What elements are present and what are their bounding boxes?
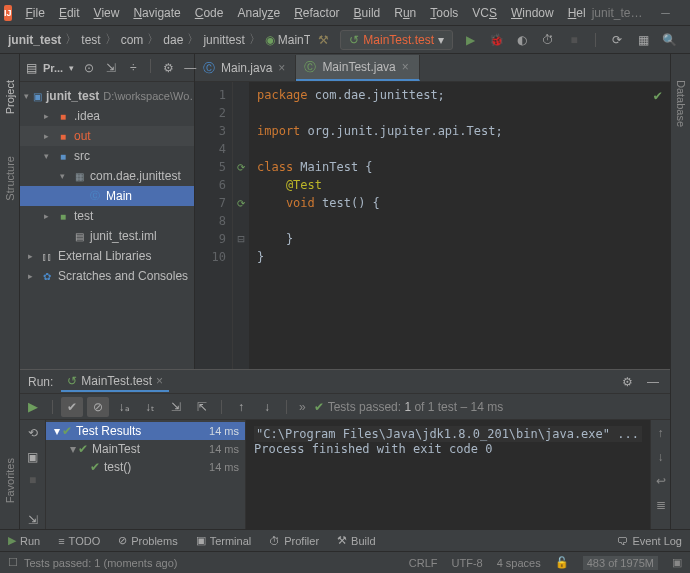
run-button[interactable]: ▶ <box>461 31 479 49</box>
gear-icon[interactable]: ⚙ <box>618 373 636 391</box>
check-icon: ✔ <box>78 442 88 456</box>
locate-icon[interactable]: ⊙ <box>80 59 98 77</box>
profile-button[interactable]: ⏱ <box>539 31 557 49</box>
code-content[interactable]: ✔ package com.dae.junittest; import org.… <box>249 82 670 369</box>
minimize-button[interactable]: ─ <box>652 3 678 23</box>
sort-duration-button[interactable]: ↓ₜ <box>139 397 161 417</box>
structure-rail-button[interactable]: Structure <box>2 150 18 207</box>
run-panel-tab[interactable]: ↺ MainTest.test × <box>61 372 169 392</box>
event-log-button[interactable]: 🗨Event Log <box>617 535 682 547</box>
sort-alpha-button[interactable]: ↓ₐ <box>113 397 135 417</box>
collapse-icon[interactable]: ÷ <box>124 59 142 77</box>
prev-test-button[interactable]: ↑ <box>230 397 252 417</box>
project-rail-button[interactable]: Project <box>2 74 18 120</box>
status-widget-icon[interactable]: ▣ <box>672 556 682 569</box>
favorites-rail-button[interactable]: Favorites <box>2 452 18 509</box>
menu-window[interactable]: Window <box>505 3 560 23</box>
test-method-node[interactable]: ✔ test() 14 ms <box>46 458 245 476</box>
test-class-node[interactable]: ▾ ✔ MainTest 14 ms <box>46 440 245 458</box>
close-icon[interactable]: × <box>402 60 409 74</box>
menu-vcs[interactable]: VCS <box>466 3 503 23</box>
crumb-5[interactable]: ◉ MainTest <box>265 33 311 47</box>
terminal-bottom-button[interactable]: ▣Terminal <box>196 534 252 547</box>
tree-iml[interactable]: ▤ junit_test.iml <box>20 226 194 246</box>
tab-maintest-java[interactable]: Ⓒ MainTest.java × <box>296 55 419 81</box>
run-line-marker-icon[interactable]: ⟳ <box>233 158 249 176</box>
separator <box>286 400 287 414</box>
search-everywhere-icon[interactable]: ▦ <box>634 31 652 49</box>
line-separator-indicator[interactable]: CRLF <box>409 557 438 569</box>
crumb-2[interactable]: com <box>121 33 144 47</box>
build-bottom-button[interactable]: ⚒Build <box>337 534 375 547</box>
menu-tools[interactable]: Tools <box>424 3 464 23</box>
soft-wrap-icon[interactable]: ↩ <box>656 474 666 488</box>
problems-bottom-button[interactable]: ⊘Problems <box>118 534 177 547</box>
toggle-auto-test-button[interactable]: ▣ <box>22 448 44 466</box>
tree-package[interactable]: ▾ ▦ com.dae.junittest <box>20 166 194 186</box>
menu-run[interactable]: Run <box>388 3 422 23</box>
console-output[interactable]: "C:\Program Files\Java\jdk1.8.0_201\bin\… <box>246 420 650 529</box>
menu-view[interactable]: View <box>88 3 126 23</box>
crumb-4[interactable]: junittest <box>203 33 244 47</box>
search-icon[interactable]: 🔍 <box>660 31 678 49</box>
stop-button[interactable]: ■ <box>22 472 44 490</box>
test-results-root[interactable]: ▾ ✔ Test Results 14 ms <box>46 422 245 440</box>
tree-test-folder[interactable]: ▸ ■ test <box>20 206 194 226</box>
debug-button[interactable]: 🐞 <box>487 31 505 49</box>
collapse-all-button[interactable]: ⇱ <box>191 397 213 417</box>
rerun-failed-button[interactable]: ⟲ <box>22 424 44 442</box>
expand-all-button[interactable]: ⇲ <box>165 397 187 417</box>
tree-external-libs[interactable]: ▸ ⫿⫿ External Libraries <box>20 246 194 266</box>
memory-indicator[interactable]: 483 of 1975M <box>583 556 658 570</box>
run-config-selector[interactable]: ↺ MainTest.test ▾ <box>340 30 453 50</box>
hide-panel-icon[interactable]: — <box>644 373 662 391</box>
profiler-bottom-button[interactable]: ⏱Profiler <box>269 535 319 547</box>
rerun-button[interactable]: ▶ <box>28 399 38 414</box>
scroll-up-icon[interactable]: ↑ <box>658 426 664 440</box>
run-bottom-button[interactable]: ▶Run <box>8 534 40 547</box>
project-panel-title[interactable]: Pr... <box>43 62 63 74</box>
crumb-1[interactable]: test <box>81 33 100 47</box>
hide-panel-icon[interactable]: — <box>181 59 199 77</box>
status-square-icon[interactable]: ☐ <box>8 556 18 569</box>
tree-scratches[interactable]: ▸ ✿ Scratches and Consoles <box>20 266 194 286</box>
tree-main-class[interactable]: Ⓒ Main <box>20 186 194 206</box>
build-hammer-icon[interactable]: ⚒ <box>314 31 332 49</box>
menu-analyze[interactable]: Analyze <box>231 3 286 23</box>
tree-root[interactable]: ▾ ▣ junit_test D:\workspace\Wo… <box>20 86 194 106</box>
scroll-down-icon[interactable]: ↓ <box>658 450 664 464</box>
menu-navigate[interactable]: Navigate <box>127 3 186 23</box>
menu-refactor[interactable]: Refactor <box>288 3 345 23</box>
database-rail-button[interactable]: Database <box>673 74 689 133</box>
scroll-to-end-icon[interactable]: ≣ <box>656 498 666 512</box>
menu-help[interactable]: Hel <box>562 3 592 23</box>
tree-out[interactable]: ▸ ■ out <box>20 126 194 146</box>
code-editor[interactable]: 12345678910 ⟳ ⟳ ⊟ ✔ package com.dae.juni… <box>195 82 670 369</box>
coverage-button[interactable]: ◐ <box>513 31 531 49</box>
update-button[interactable]: ⟳ <box>608 31 626 49</box>
next-test-button[interactable]: ↓ <box>256 397 278 417</box>
indent-indicator[interactable]: 4 spaces <box>497 557 541 569</box>
pin-tab-button[interactable]: ⇲ <box>22 511 44 529</box>
show-passed-toggle[interactable]: ✔ <box>61 397 83 417</box>
close-icon[interactable]: × <box>156 374 163 388</box>
chevron-down-icon[interactable]: ▾ <box>69 63 74 73</box>
menu-edit[interactable]: Edit <box>53 3 86 23</box>
crumb-3[interactable]: dae <box>163 33 183 47</box>
menu-code[interactable]: Code <box>189 3 230 23</box>
tab-main-java[interactable]: Ⓒ Main.java × <box>195 55 296 81</box>
menu-build[interactable]: Build <box>348 3 387 23</box>
menu-file[interactable]: File <box>20 3 51 23</box>
encoding-indicator[interactable]: UTF-8 <box>452 557 483 569</box>
close-icon[interactable]: × <box>278 61 285 75</box>
tree-idea[interactable]: ▸ ■ .idea <box>20 106 194 126</box>
expand-all-icon[interactable]: ⇲ <box>102 59 120 77</box>
tree-src[interactable]: ▾ ■ src <box>20 146 194 166</box>
crumb-root[interactable]: junit_test <box>8 33 61 47</box>
stop-button[interactable]: ■ <box>565 31 583 49</box>
show-ignored-toggle[interactable]: ⊘ <box>87 397 109 417</box>
run-line-marker-icon[interactable]: ⟳ <box>233 194 249 212</box>
gear-icon[interactable]: ⚙ <box>159 59 177 77</box>
todo-bottom-button[interactable]: ≡TODO <box>58 535 100 547</box>
lock-icon[interactable]: 🔓 <box>555 556 569 569</box>
